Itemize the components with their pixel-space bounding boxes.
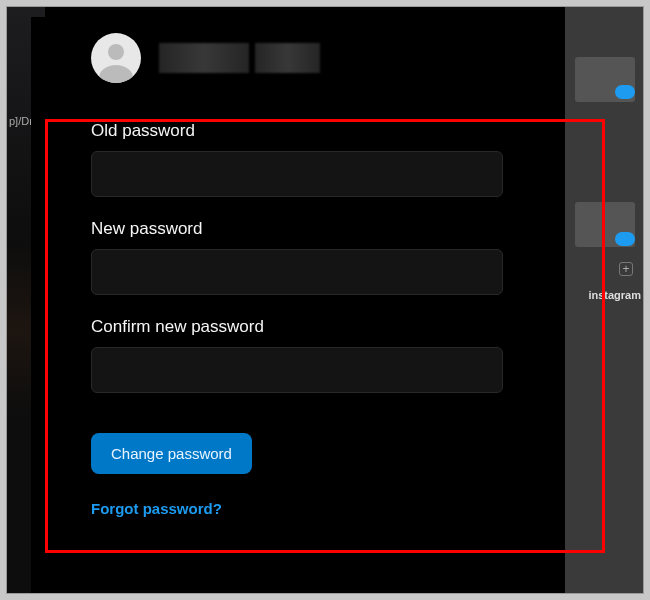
background-layer: p]/Dr + instagram Old password xyxy=(7,7,643,593)
username-redacted xyxy=(159,43,320,73)
old-password-label: Old password xyxy=(91,121,503,141)
plus-icon: + xyxy=(619,262,633,276)
new-password-input[interactable] xyxy=(91,249,503,295)
password-form: Old password New password Confirm new pa… xyxy=(31,93,563,528)
background-right-title: instagram xyxy=(588,289,641,301)
redacted-block xyxy=(159,43,249,73)
background-pill-1 xyxy=(615,85,635,99)
redacted-block xyxy=(255,43,320,73)
confirm-password-group: Confirm new password xyxy=(91,317,503,393)
profile-row xyxy=(31,17,563,93)
avatar xyxy=(91,33,141,83)
confirm-password-input[interactable] xyxy=(91,347,503,393)
change-password-button[interactable]: Change password xyxy=(91,433,252,474)
change-password-panel: Old password New password Confirm new pa… xyxy=(31,17,563,593)
old-password-input[interactable] xyxy=(91,151,503,197)
confirm-password-label: Confirm new password xyxy=(91,317,503,337)
forgot-password-link[interactable]: Forgot password? xyxy=(91,500,222,517)
new-password-label: New password xyxy=(91,219,503,239)
background-left-text: p]/Dr xyxy=(9,115,33,127)
app-frame: p]/Dr + instagram Old password xyxy=(6,6,644,594)
background-pill-2 xyxy=(615,232,635,246)
background-right-panel: + instagram xyxy=(565,7,643,593)
new-password-group: New password xyxy=(91,219,503,295)
old-password-group: Old password xyxy=(91,121,503,197)
